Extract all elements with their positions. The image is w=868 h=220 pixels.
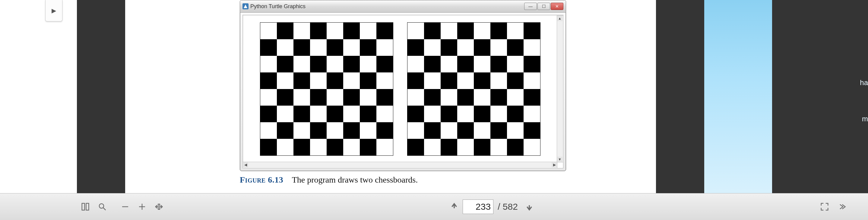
- scroll-down-icon[interactable]: ▼: [557, 157, 562, 162]
- chess-square: [490, 122, 507, 139]
- chess-square: [474, 23, 490, 39]
- turtle-window: Python Turtle Graphics — ☐ ✕ ▲ ▼ ◀ ▶: [240, 0, 566, 171]
- chess-square: [360, 122, 376, 139]
- chess-square: [424, 106, 441, 122]
- more-tools-button[interactable]: [833, 198, 850, 215]
- chess-square: [327, 72, 343, 89]
- chess-square: [441, 139, 457, 155]
- chess-square: [310, 56, 327, 72]
- chessboard-left: [260, 22, 393, 156]
- chess-square: [507, 139, 524, 155]
- chess-square: [260, 106, 277, 122]
- pdf-toolbar: / 582: [0, 193, 868, 220]
- chess-square: [260, 72, 277, 89]
- chess-square: [327, 23, 343, 39]
- chess-square: [441, 89, 457, 106]
- chess-square: [327, 122, 343, 139]
- chess-square: [310, 23, 327, 39]
- page-number-input[interactable]: [463, 199, 493, 214]
- chess-square: [277, 72, 293, 89]
- chess-square: [293, 122, 310, 139]
- chess-square: [507, 23, 524, 39]
- close-button[interactable]: ✕: [551, 3, 563, 10]
- chess-square: [407, 139, 424, 155]
- gutter-left-white: [0, 0, 77, 193]
- chess-square: [441, 39, 457, 56]
- chess-square: [260, 39, 277, 56]
- chess-square: [293, 39, 310, 56]
- chess-square: [490, 56, 507, 72]
- chess-square: [343, 106, 360, 122]
- chess-square: [260, 23, 277, 39]
- chess-square: [524, 72, 540, 89]
- chess-square: [360, 89, 376, 106]
- chess-square: [376, 56, 393, 72]
- svg-rect-0: [82, 203, 85, 210]
- chess-square: [524, 89, 540, 106]
- chess-square: [524, 56, 540, 72]
- zoom-out-button[interactable]: [117, 198, 134, 215]
- pdf-page: Python Turtle Graphics — ☐ ✕ ▲ ▼ ◀ ▶: [125, 0, 656, 193]
- chess-square: [407, 39, 424, 56]
- figure-label: Figure 6.13: [240, 175, 283, 184]
- pdf-viewport: Python Turtle Graphics — ☐ ✕ ▲ ▼ ◀ ▶: [0, 0, 868, 193]
- horizontal-scrollbar[interactable]: ◀ ▶: [243, 162, 557, 168]
- chess-square: [360, 39, 376, 56]
- chess-square: [407, 122, 424, 139]
- next-page-button[interactable]: [521, 198, 538, 215]
- zoom-in-button[interactable]: [134, 198, 151, 215]
- page-total-label: / 582: [498, 201, 518, 212]
- chess-square: [310, 122, 327, 139]
- chess-square: [376, 23, 393, 39]
- chess-square: [310, 72, 327, 89]
- search-button[interactable]: [94, 198, 111, 215]
- peek-text-2: m: [862, 115, 868, 123]
- chess-square: [474, 56, 490, 72]
- chess-square: [260, 122, 277, 139]
- chess-square: [441, 56, 457, 72]
- chess-square: [343, 72, 360, 89]
- chess-square: [277, 139, 293, 155]
- prev-page-button[interactable]: [446, 198, 463, 215]
- chess-square: [376, 122, 393, 139]
- chess-square: [474, 139, 490, 155]
- chess-square: [343, 139, 360, 155]
- chess-square: [490, 72, 507, 89]
- chess-square: [490, 23, 507, 39]
- maximize-button[interactable]: ☐: [537, 3, 550, 10]
- scroll-right-icon[interactable]: ▶: [552, 162, 557, 167]
- chess-square: [474, 39, 490, 56]
- chevron-right-icon: ▶: [52, 7, 56, 14]
- gutter-left-dark: [77, 0, 125, 193]
- thumbnails-button[interactable]: [77, 198, 94, 215]
- scroll-left-icon[interactable]: ◀: [243, 162, 248, 167]
- canvas-content: [246, 18, 555, 160]
- fullscreen-button[interactable]: [816, 198, 833, 215]
- chess-square: [507, 39, 524, 56]
- figure-caption: Figure 6.13 The program draws two chessb…: [240, 175, 418, 185]
- chess-square: [524, 106, 540, 122]
- gutter-far-right-dark: ha m: [772, 0, 868, 193]
- chess-square: [457, 23, 474, 39]
- chess-square: [424, 56, 441, 72]
- fit-width-button[interactable]: [151, 198, 167, 215]
- chess-square: [343, 39, 360, 56]
- gutter-right-dark: [656, 0, 704, 193]
- chess-square: [457, 56, 474, 72]
- peek-text-1: ha: [860, 78, 868, 87]
- sidebar-expand-handle[interactable]: ▶: [45, 0, 62, 22]
- chess-square: [441, 122, 457, 139]
- vertical-scrollbar[interactable]: ▲ ▼: [557, 15, 563, 162]
- chess-square: [376, 72, 393, 89]
- chess-square: [310, 139, 327, 155]
- svg-line-3: [103, 208, 106, 210]
- chess-square: [474, 89, 490, 106]
- scroll-up-icon[interactable]: ▲: [557, 16, 562, 21]
- chess-square: [424, 23, 441, 39]
- chess-square: [507, 56, 524, 72]
- minimize-button[interactable]: —: [524, 3, 537, 10]
- chess-square: [310, 39, 327, 56]
- chess-square: [277, 122, 293, 139]
- chess-square: [441, 23, 457, 39]
- chess-square: [343, 89, 360, 106]
